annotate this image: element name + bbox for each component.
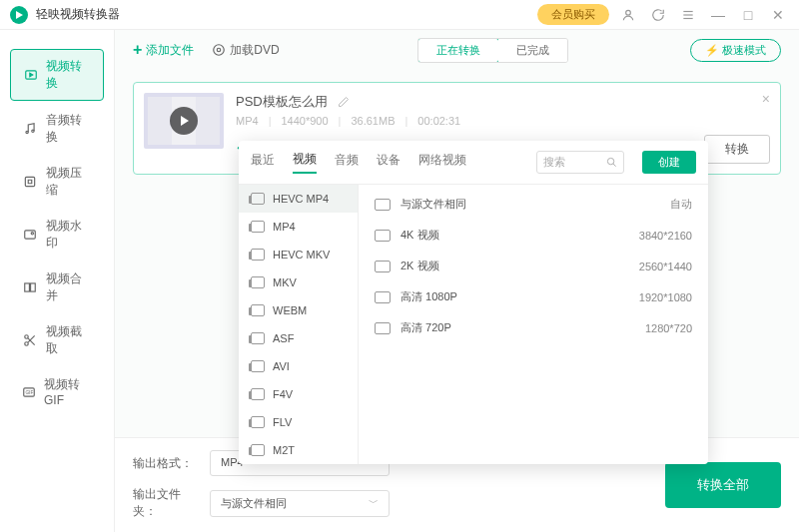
close-button[interactable]: ✕: [767, 4, 789, 26]
format-option[interactable]: AVI: [239, 352, 358, 380]
menu-icon[interactable]: [677, 4, 699, 26]
lightning-icon: ⚡: [705, 44, 719, 57]
sidebar-item-video-compress[interactable]: 视频压缩: [10, 157, 104, 207]
edit-name-icon[interactable]: [338, 96, 350, 108]
svg-point-9: [31, 233, 33, 235]
popover-tab-device[interactable]: 设备: [377, 152, 400, 173]
scissors-icon: [22, 333, 38, 347]
video-file-icon: [251, 416, 265, 428]
speed-mode-label: 极速模式: [722, 43, 766, 58]
refresh-icon[interactable]: [647, 4, 669, 26]
display-icon: [375, 291, 391, 303]
video-convert-icon: [23, 68, 38, 82]
svg-rect-7: [25, 177, 34, 186]
play-icon: [170, 107, 198, 135]
meta-resolution: 1440*900: [281, 115, 328, 127]
popover-tab-audio[interactable]: 音频: [335, 152, 359, 173]
svg-point-19: [218, 48, 222, 52]
display-icon: [375, 230, 391, 242]
format-option[interactable]: MP4: [239, 213, 358, 241]
resolution-option[interactable]: 高清 720P1280*720: [359, 312, 708, 343]
resolution-option[interactable]: 2K 视频2560*1440: [359, 251, 708, 281]
format-option[interactable]: F4V: [239, 380, 358, 408]
format-option[interactable]: HEVC MP4: [239, 185, 358, 213]
tab-converting[interactable]: 正在转换: [417, 38, 499, 63]
compress-icon: [22, 175, 38, 189]
app-title: 轻映视频转换器: [36, 6, 120, 23]
app-logo: [10, 6, 28, 24]
create-preset-button[interactable]: 创建: [642, 151, 696, 174]
sidebar: 视频转换 音频转换 视频压缩 视频水印 视频合并 视频截取 GIF 视频转GIF: [0, 30, 115, 532]
load-dvd-label: 加载DVD: [230, 42, 279, 59]
sidebar-item-merge[interactable]: 视频合并: [10, 263, 104, 312]
display-icon: [375, 199, 391, 211]
format-option[interactable]: WEBM: [239, 296, 358, 324]
output-folder-select[interactable]: 与源文件相同 ﹀: [210, 490, 390, 517]
popover-tab-web[interactable]: 网络视频: [418, 152, 466, 173]
video-thumbnail[interactable]: [144, 93, 224, 149]
format-list: HEVC MP4 MP4 HEVC MKV MKV WEBM ASF AVI F…: [239, 185, 359, 464]
convert-button[interactable]: 转换: [704, 135, 770, 164]
resolution-option[interactable]: 4K 视频3840*2160: [359, 220, 708, 251]
display-icon: [375, 322, 391, 334]
svg-text:GIF: GIF: [26, 390, 34, 395]
popover-tab-video[interactable]: 视频: [293, 151, 317, 174]
format-option[interactable]: ASF: [239, 324, 358, 352]
meta-format: MP4: [236, 115, 259, 127]
meta-duration: 00:02:31: [417, 115, 460, 127]
add-file-button[interactable]: + 添加文件: [133, 41, 194, 59]
sidebar-item-cut[interactable]: 视频截取: [10, 315, 104, 365]
sidebar-item-label: 视频水印: [46, 218, 93, 252]
sidebar-item-label: 音频转换: [46, 112, 93, 146]
output-folder-label: 输出文件夹：: [133, 486, 198, 520]
resolution-option[interactable]: 高清 1080P1920*1080: [359, 281, 708, 312]
maximize-button[interactable]: □: [737, 4, 759, 26]
format-option[interactable]: FLV: [239, 408, 358, 436]
sidebar-item-watermark[interactable]: 视频水印: [10, 210, 104, 260]
svg-point-5: [26, 131, 28, 133]
svg-line-34: [613, 164, 616, 167]
svg-point-0: [626, 10, 631, 15]
search-icon: [606, 157, 617, 168]
sidebar-item-label: 视频截取: [46, 323, 93, 357]
load-dvd-button[interactable]: 加载DVD: [212, 42, 279, 59]
plus-icon: +: [133, 41, 142, 59]
file-item[interactable]: × PSD模板怎么用 MP4| 1440*900| 36.61MB| 00:02…: [133, 82, 781, 175]
remove-file-button[interactable]: ×: [762, 91, 770, 107]
video-file-icon: [251, 444, 265, 456]
sidebar-item-audio-convert[interactable]: 音频转换: [10, 104, 104, 154]
popover-search-input[interactable]: 搜索: [536, 151, 624, 174]
chevron-down-icon: ﹀: [369, 496, 379, 511]
svg-rect-10: [25, 283, 30, 291]
merge-icon: [22, 280, 38, 294]
svg-rect-8: [25, 231, 36, 239]
sidebar-item-video-convert[interactable]: 视频转换: [10, 49, 104, 101]
svg-point-13: [25, 342, 29, 346]
format-option[interactable]: M2T: [239, 436, 358, 464]
video-file-icon: [251, 388, 265, 400]
speed-mode-button[interactable]: ⚡ 极速模式: [690, 39, 781, 62]
titlebar: 轻映视频转换器 会员购买 — □ ✕: [0, 0, 799, 30]
dvd-icon: [212, 43, 226, 57]
sidebar-item-label: 视频转GIF: [44, 376, 92, 407]
svg-point-33: [607, 158, 613, 164]
sidebar-item-label: 视频压缩: [46, 165, 93, 199]
popover-tab-recent[interactable]: 最近: [251, 152, 275, 173]
format-option[interactable]: MKV: [239, 268, 358, 296]
status-tabs: 正在转换 已完成: [417, 38, 568, 63]
main-panel: + 添加文件 加载DVD 正在转换 已完成 ⚡ 极速模式 ×: [115, 30, 799, 532]
gif-icon: GIF: [22, 385, 36, 399]
format-option[interactable]: HEVC MKV: [239, 241, 358, 268]
video-file-icon: [251, 276, 265, 288]
svg-point-18: [214, 45, 225, 56]
resolution-list: 与源文件相同自动 4K 视频3840*2160 2K 视频2560*1440 高…: [359, 185, 708, 464]
user-icon[interactable]: [617, 4, 639, 26]
convert-all-button[interactable]: 转换全部: [665, 462, 781, 508]
svg-rect-11: [30, 283, 35, 291]
resolution-option[interactable]: 与源文件相同自动: [359, 189, 708, 220]
sidebar-item-gif[interactable]: GIF 视频转GIF: [10, 368, 104, 415]
search-placeholder: 搜索: [543, 155, 565, 170]
tab-done[interactable]: 已完成: [498, 39, 567, 62]
vip-purchase-button[interactable]: 会员购买: [537, 4, 609, 25]
minimize-button[interactable]: —: [707, 4, 729, 26]
